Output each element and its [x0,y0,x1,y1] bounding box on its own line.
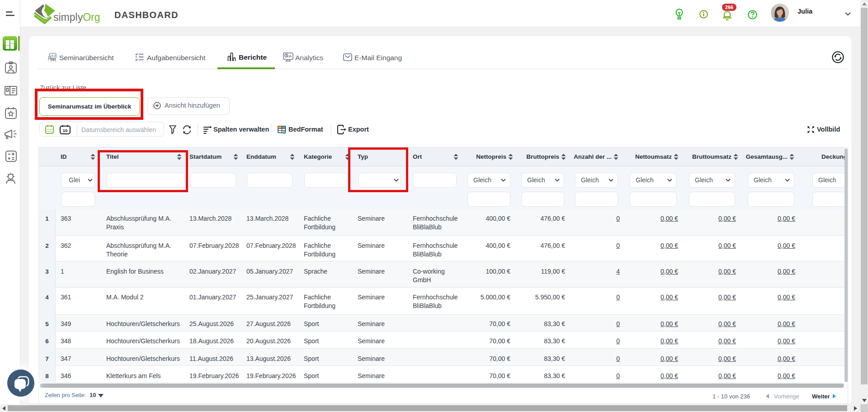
svg-text:10: 10 [63,128,68,133]
